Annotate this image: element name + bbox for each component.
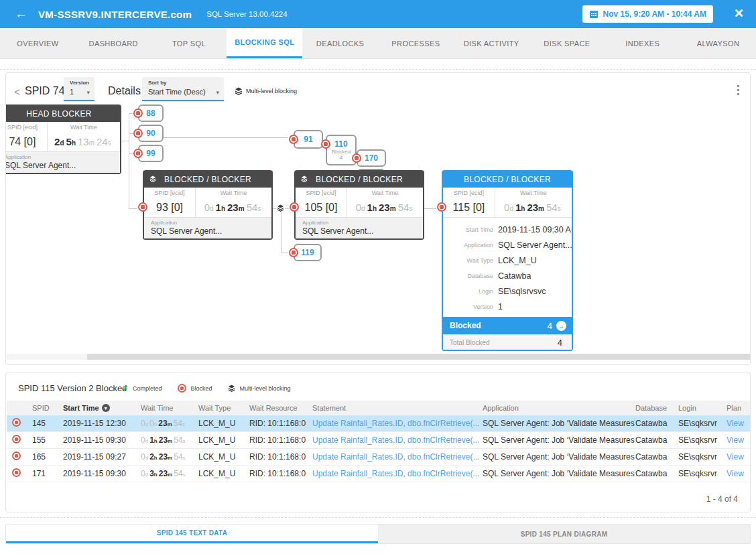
statement-link[interactable]: Update Rainfall_Rates.ID, dbo.fnClrRetri… — [312, 452, 483, 462]
layers-icon — [235, 87, 243, 95]
plan-view-link[interactable]: View — [727, 469, 751, 478]
head-blocker-card-title: HEAD BLOCKER — [5, 106, 120, 122]
node-spid: 99 — [146, 149, 155, 158]
sort-by-dropdown-value: Start Time (Desc) — [142, 86, 224, 96]
spid-node-99[interactable]: 99 — [138, 145, 164, 162]
close-icon[interactable]: ✕ — [734, 6, 744, 21]
column-header-plan[interactable]: Plan — [727, 404, 751, 412]
horizontal-scrollbar-thumb[interactable] — [87, 354, 750, 360]
cell-wait-type: LCK_M_U — [198, 419, 249, 428]
blocked-icon — [437, 202, 446, 212]
tab-overview[interactable]: OVERVIEW — [0, 28, 76, 58]
cell-start-time: 2019-11-15 09:30 — [63, 435, 141, 445]
wait-time-value: 0d1h23m54s — [347, 198, 423, 217]
tab-spid-145-plan-diagram[interactable]: SPID 145 PLAN DIAGRAM — [378, 525, 750, 543]
tab-indexes[interactable]: INDEXES — [605, 28, 680, 58]
spid-node-91[interactable]: 91 — [294, 130, 323, 149]
cell-wait-type: LCK_M_U — [198, 435, 249, 445]
plan-view-link[interactable]: View — [727, 419, 751, 428]
grid-title: SPID 115 Version 2 Blocked — [18, 383, 127, 393]
tab-alwayson[interactable]: ALWAYSON — [680, 28, 756, 58]
sort-by-dropdown[interactable]: Sort by Start Time (Desc) ▾ — [142, 77, 224, 101]
plan-view-link[interactable]: View — [727, 452, 751, 462]
cell-spid: 155 — [32, 435, 63, 445]
blocked-blocker-card-93[interactable]: BLOCKED / BLOCKER SPID [ecid] 93 [0] Wai… — [143, 170, 273, 240]
node-blocked-count: 4 — [340, 155, 342, 161]
table-row-spid-171[interactable]: 171 2019-11-15 09:30 0d3h23m54s LCK_M_U … — [7, 466, 750, 482]
expand-blocked-arrow-icon[interactable]: → — [556, 321, 566, 331]
blocked-icon — [12, 418, 21, 427]
application-value: SQL Server Agent... — [302, 226, 423, 236]
spid-node-119[interactable]: 119 — [294, 244, 322, 261]
column-header-wait-resource[interactable]: Wait Resource — [249, 404, 312, 412]
date-range-button[interactable]: Nov 15, 9:20 AM - 10:44 AM — [582, 5, 714, 23]
total-blocked-label: Total Blocked — [450, 339, 558, 346]
statement-link[interactable]: Update Rainfall_Rates.ID, dbo.fnClrRetri… — [312, 419, 483, 428]
back-arrow-icon[interactable]: ← — [15, 7, 27, 21]
detail-label: Wait Type — [443, 257, 498, 264]
tab-disk-space[interactable]: DISK SPACE — [529, 28, 605, 58]
blocked-blocker-card-115-selected[interactable]: BLOCKED / BLOCKER SPID [ecid] 115 [0] Wa… — [442, 170, 573, 351]
connector-line — [164, 137, 288, 138]
spid-node-170[interactable]: 170 — [357, 149, 386, 167]
tab-processes[interactable]: PROCESSES — [378, 28, 454, 58]
detail-value: Catawba — [498, 271, 531, 281]
table-row-spid-155[interactable]: 155 2019-11-15 09:30 0d1h23m54s LCK_M_U … — [7, 432, 750, 449]
plan-view-link[interactable]: View — [727, 435, 751, 445]
tab-disk-activity[interactable]: DISK ACTIVITY — [454, 28, 529, 58]
column-header-spid[interactable]: SPID — [32, 404, 63, 412]
chain-spid-title: SPID 74 — [25, 85, 65, 97]
column-header-login[interactable]: Login — [678, 404, 727, 412]
statement-link[interactable]: Update Rainfall_Rates.ID, dbo.fnClrRetri… — [312, 435, 483, 445]
detail-label: Application — [443, 242, 498, 249]
spid-node-110[interactable]: 110 Blocked 4 — [326, 135, 357, 165]
table-header-row: SPID Start Time▼ Wait Time Wait Type Wai… — [7, 401, 750, 415]
blocked-icon — [12, 468, 21, 477]
multilevel-blocking-legend: Multi-level blocking — [235, 87, 297, 95]
cell-application: SQL Server Agent: Job ‘Validate Measures… — [483, 452, 635, 462]
cell-wait-time: 0d2h23m54s — [141, 452, 198, 462]
wait-time-column-header: Wait Time — [48, 122, 120, 133]
blocked-icon — [12, 451, 21, 460]
pagination-label: 1 - 4 of 4 — [706, 494, 738, 504]
column-header-database[interactable]: Database — [635, 404, 678, 412]
table-row-spid-165[interactable]: 165 2019-11-15 09:27 0d2h23m54s LCK_M_U … — [7, 449, 750, 466]
card-title-text: BLOCKED / BLOCKER — [316, 175, 403, 184]
version-dropdown[interactable]: Version 1 ▾ — [64, 77, 94, 101]
cell-wait-time: 0d0h23m54s — [141, 419, 198, 428]
detail-label: Version — [443, 303, 498, 310]
tab-spid-145-text-data[interactable]: SPID 145 TEXT DATA — [6, 525, 378, 543]
table-row-spid-145[interactable]: 145 2019-11-15 12:30 0d0h23m54s LCK_M_U … — [7, 415, 750, 432]
tab-top-sql[interactable]: TOP SQL — [151, 28, 227, 58]
column-header-wait-time[interactable]: Wait Time — [141, 404, 198, 412]
more-options-kebab-icon[interactable] — [737, 85, 739, 95]
cell-wait-type: LCK_M_U — [198, 469, 249, 478]
spid-node-88[interactable]: 88 — [138, 105, 164, 122]
tab-dashboard[interactable]: DASHBOARD — [76, 28, 151, 58]
blocked-blocker-card-105[interactable]: BLOCKED / BLOCKER SPID [ecid] 105 [0] Wa… — [294, 170, 424, 240]
sort-by-dropdown-label: Sort by — [142, 77, 224, 86]
app-header: ← VM-SSSRV9.INTERCERVE.com SQL Server 13… — [0, 0, 756, 28]
date-range-label: Nov 15, 9:20 AM - 10:44 AM — [603, 9, 707, 19]
column-header-statement[interactable]: Statement — [312, 404, 483, 412]
cell-login: SE\sqksrvr — [678, 452, 727, 462]
version-dropdown-label: Version — [64, 77, 94, 86]
collapse-chevron[interactable]: < — [14, 86, 20, 98]
cell-wait-time: 0d1h23m54s — [141, 435, 198, 445]
node-spid: 88 — [146, 109, 155, 118]
cell-wait-resource: RID: 10:1:168:0 — [249, 452, 312, 462]
cell-spid: 165 — [32, 452, 63, 462]
tab-blocking-sql[interactable]: BLOCKING SQL — [227, 28, 302, 58]
blocked-icon — [133, 149, 143, 158]
head-blocker-card[interactable]: HEAD BLOCKER SPID [ecid] 74 [0] Wait Tim… — [5, 105, 121, 174]
detail-label: Login — [443, 288, 498, 295]
statement-link[interactable]: Update Rainfall_Rates.ID, dbo.fnClrRetri… — [312, 469, 483, 478]
spid-column-header: SPID [ecid] — [5, 122, 47, 133]
column-header-wait-type[interactable]: Wait Type — [198, 404, 249, 412]
spid-node-90[interactable]: 90 — [138, 125, 164, 142]
tab-deadlocks[interactable]: DEADLOCKS — [302, 28, 378, 58]
blocked-count-bar[interactable]: Blocked 4 → — [443, 317, 572, 334]
spid-column-header: SPID [ecid] — [144, 188, 195, 198]
column-header-start-time[interactable]: Start Time▼ — [63, 404, 141, 413]
column-header-application[interactable]: Application — [483, 404, 635, 412]
